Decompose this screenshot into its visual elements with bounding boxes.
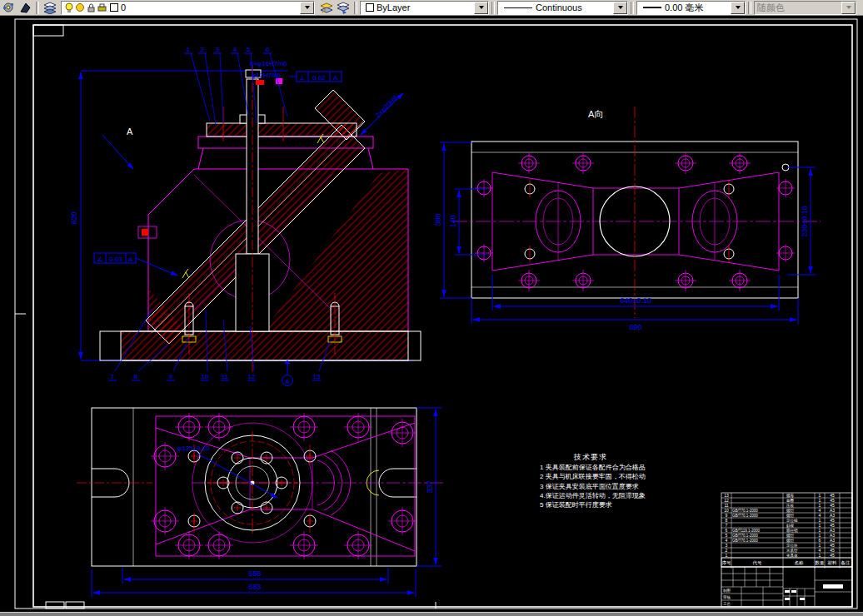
color-combobox[interactable]: ByLayer <box>360 1 489 15</box>
title-block-label: 制图 <box>723 589 731 593</box>
layer-on-icon[interactable] <box>64 2 75 13</box>
dim-568: 568 <box>248 569 261 578</box>
linetype-sample <box>504 7 532 8</box>
bom-row-no: 1 <box>726 553 728 558</box>
layer-plot-icon[interactable] <box>97 2 107 13</box>
bom-header: 名称 <box>795 560 805 565</box>
balloon: 6 <box>266 46 270 53</box>
balloon: 3 <box>216 46 220 53</box>
balloon: 12 <box>248 373 256 380</box>
title-block-label: 工艺 <box>723 601 731 606</box>
bom-row-name: 螺钉 <box>786 508 795 513</box>
balloon: 11 <box>222 373 229 380</box>
lineweight-combobox[interactable]: 0.00 毫米 <box>636 1 746 15</box>
svg-text:A: A <box>128 256 133 263</box>
tech-req-item: 4.保证运动件灵活转动，无阻滞现象 <box>540 492 646 499</box>
bom-row-code: GB/T70.1-2000 <box>732 514 758 518</box>
view-arrow-label: A <box>127 127 133 137</box>
layer-combobox[interactable]: 0 <box>61 1 315 15</box>
separator <box>491 2 495 14</box>
tech-req-title: 技术要求 <box>573 453 607 461</box>
color-dropdown-arrow[interactable] <box>474 2 488 14</box>
toolbar: 0 ByLayer Continuous 0.00 毫米 随颜色 <box>0 0 863 16</box>
window-bottom-edge <box>0 612 863 616</box>
bom-header: 材料 <box>827 560 838 566</box>
bom-row-code: GB/T119.1-2000 <box>732 529 760 533</box>
a-view-title: A向 <box>588 109 603 119</box>
bom-row-name: 螺钉 <box>786 513 795 518</box>
bom-row-name: 螺母 <box>786 493 795 498</box>
balloon: 2 <box>201 46 205 53</box>
layer-color-swatch <box>110 3 118 12</box>
lineweight-dropdown-arrow[interactable] <box>731 2 745 14</box>
balloon: 9 <box>169 373 173 380</box>
separator <box>354 2 357 14</box>
separator <box>748 2 751 14</box>
balloon: 5 <box>247 46 251 53</box>
properties-icon[interactable] <box>0 1 17 14</box>
bom-row-name: 定位块 <box>786 544 798 548</box>
layer-manager-icon[interactable] <box>42 1 58 14</box>
layer-freeze-icon[interactable] <box>75 2 86 13</box>
bom-row-name: 定位键 <box>786 519 798 523</box>
dim-388: 388 <box>434 213 442 226</box>
dim-140: 140 <box>449 215 457 227</box>
linetype-dropdown-arrow[interactable] <box>613 2 627 14</box>
tech-req-item: 5 保证装配时平行度要求 <box>540 501 612 509</box>
lineweight-sample <box>643 7 661 8</box>
lineweight-value: 0.00 毫米 <box>665 2 703 14</box>
bom-row-mat: 45 <box>830 553 835 558</box>
separator <box>631 2 634 14</box>
balloon: 10 <box>202 373 209 380</box>
dim-337: 337 <box>426 480 434 493</box>
plotstyle-dropdown-arrow <box>841 2 856 14</box>
bom-header: 序号 <box>722 560 732 566</box>
svg-text:0.03: 0.03 <box>109 256 122 263</box>
layer-dropdown-arrow[interactable] <box>300 2 314 14</box>
linetype-combobox[interactable]: Continuous <box>497 1 628 15</box>
bom-header: 备注 <box>841 560 851 565</box>
balloon: 1 <box>187 46 191 53</box>
dim-230: 230±0.10 <box>801 206 809 236</box>
dim-690: 690 <box>629 323 641 331</box>
dim-phi125: φ125±0.10 <box>177 445 210 452</box>
linetype-value: Continuous <box>536 2 582 12</box>
balloon: 8 <box>134 373 138 380</box>
bom-row-qty: 1 <box>819 553 821 558</box>
tech-req-item: 3 保证夹具安装底平面位置度要求 <box>540 483 639 490</box>
separator <box>36 2 39 14</box>
svg-text:⊥: ⊥ <box>300 74 306 82</box>
layer-name: 0 <box>121 2 126 12</box>
plotstyle-value: 随颜色 <box>757 2 785 14</box>
color-value: ByLayer <box>377 2 410 12</box>
bom-row-name: 支承钉 <box>786 548 798 553</box>
balloon: 4 <box>233 46 237 53</box>
svg-text:0.02: 0.02 <box>312 74 326 82</box>
fcf-perpendicularity: ⊥ 0.02 A <box>289 72 342 82</box>
svg-text:∠: ∠ <box>97 256 102 263</box>
svg-text:A: A <box>333 74 338 82</box>
tech-req-item: 2 夹具与机床联接要牢固，不得松动 <box>540 473 646 480</box>
balloon: 13 <box>313 373 321 380</box>
bom-row-name: 螺钉 <box>786 533 795 538</box>
layer-previous-icon[interactable] <box>335 1 352 14</box>
bom-row-name: 螺钉 <box>786 538 795 543</box>
svg-text:A: A <box>285 378 290 385</box>
note-hole-pattern: 6×φ16H7/n6 <box>250 60 287 67</box>
drawing-canvas[interactable]: 620 <box>0 0 863 616</box>
bom-row-code: GB/T70.1-2000 <box>732 534 758 538</box>
title-block-label: 审核 <box>723 595 731 599</box>
make-layer-icon[interactable] <box>17 1 33 14</box>
tech-req-item: 1 夹具装配前保证各配件合为合格品 <box>540 464 646 471</box>
bom-row-code: GB/T70.1-2000 <box>732 509 758 513</box>
bom-header: 代号 <box>752 560 763 565</box>
bom-row-name: 圆柱销 <box>786 528 798 533</box>
layer-lock-icon[interactable] <box>86 2 97 13</box>
plotstyle-combobox: 随颜色 <box>754 1 856 15</box>
dim-683: 683 <box>248 583 261 591</box>
bom-row-name: 压板 <box>786 503 795 508</box>
make-object-layer-current-icon[interactable] <box>318 1 335 14</box>
bom-header: 数量 <box>816 560 826 565</box>
bom-row-name: 垫圈 <box>786 499 794 503</box>
bom-row-code: GB/T70.1-2000 <box>732 539 758 543</box>
